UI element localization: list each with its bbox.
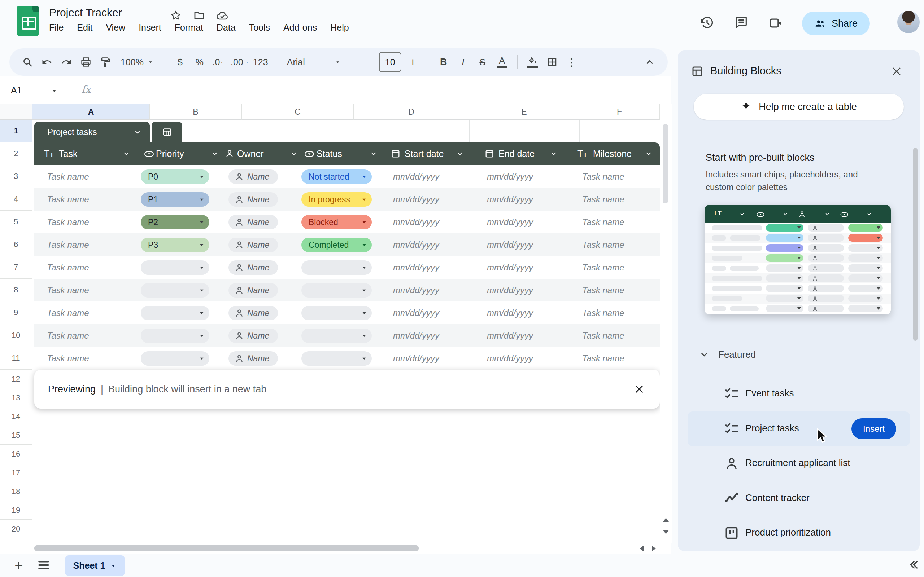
end-date-cell[interactable]: mm/dd/yyyy <box>487 301 566 324</box>
strikethrough-button[interactable]: S <box>475 52 491 72</box>
italic-button[interactable]: I <box>455 52 471 72</box>
priority-chip[interactable] <box>141 306 209 320</box>
task-cell[interactable]: Task name <box>47 188 89 211</box>
cloud-status-icon[interactable] <box>216 10 229 23</box>
priority-chip[interactable]: P2 <box>141 215 209 229</box>
status-dropdown-icon[interactable] <box>360 195 368 206</box>
document-title[interactable]: Project Tracker <box>49 6 122 19</box>
task-cell[interactable]: Task name <box>47 279 89 301</box>
table-column-owner[interactable]: Owner <box>237 148 264 159</box>
column-header-b[interactable]: B <box>150 104 242 120</box>
featured-item-event-tasks[interactable]: Event tasks <box>688 377 910 411</box>
currency-format-button[interactable]: $ <box>172 52 188 72</box>
row-header-17[interactable]: 17 <box>0 463 32 482</box>
column-menu-chevron-icon[interactable] <box>644 149 653 158</box>
status-chip[interactable]: Completed <box>301 238 372 252</box>
milestone-cell[interactable]: Task name <box>582 256 624 279</box>
start-date-cell[interactable]: mm/dd/yyyy <box>393 301 472 324</box>
status-chip[interactable] <box>301 260 372 275</box>
menu-format[interactable]: Format <box>175 23 203 33</box>
table-column-milestone[interactable]: Milestone <box>593 148 632 159</box>
task-cell[interactable]: Task name <box>47 256 89 279</box>
template-thumbnail[interactable]: TT <box>704 205 891 314</box>
font-size-input[interactable]: 10 <box>379 52 401 72</box>
priority-chip[interactable]: P1 <box>141 192 209 206</box>
status-dropdown-icon[interactable] <box>360 173 368 183</box>
owner-chip[interactable]: Name <box>228 329 278 343</box>
undo-icon[interactable] <box>39 52 55 72</box>
all-sheets-icon[interactable] <box>37 558 50 572</box>
table-column-end-date[interactable]: End date <box>498 148 535 159</box>
status-chip[interactable] <box>301 351 372 366</box>
start-date-cell[interactable]: mm/dd/yyyy <box>393 211 472 233</box>
row-header-9[interactable]: 9 <box>0 301 32 324</box>
menu-addons[interactable]: Add-ons <box>283 23 317 33</box>
owner-chip[interactable]: Name <box>228 238 278 252</box>
milestone-cell[interactable]: Task name <box>582 347 624 370</box>
star-icon[interactable] <box>170 10 182 22</box>
column-menu-chevron-icon[interactable] <box>210 149 219 158</box>
row-header-12[interactable]: 12 <box>0 370 32 388</box>
bold-button[interactable]: B <box>436 52 452 72</box>
row-header-7[interactable]: 7 <box>0 256 32 279</box>
add-sheet-icon[interactable]: + <box>11 558 27 574</box>
priority-chip[interactable]: P3 <box>141 238 209 252</box>
featured-item-project-tasks[interactable]: Project tasksInsert <box>688 411 910 446</box>
owner-chip[interactable]: Name <box>228 283 278 298</box>
grid-corner-button[interactable] <box>0 104 32 120</box>
start-date-cell[interactable]: mm/dd/yyyy <box>393 347 472 370</box>
row-header-1[interactable]: 1 <box>0 120 32 142</box>
menu-file[interactable]: File <box>49 23 63 33</box>
end-date-cell[interactable]: mm/dd/yyyy <box>487 165 566 188</box>
close-panel-icon[interactable] <box>890 65 903 78</box>
end-date-cell[interactable]: mm/dd/yyyy <box>487 324 566 347</box>
task-cell[interactable]: Task name <box>47 233 89 256</box>
priority-chip[interactable] <box>141 260 209 275</box>
collapse-toolbar-icon[interactable] <box>642 52 657 72</box>
sheets-logo-icon[interactable] <box>16 6 39 36</box>
horizontal-scrollbar[interactable] <box>0 543 671 554</box>
priority-dropdown-icon[interactable] <box>198 173 206 183</box>
priority-dropdown-icon[interactable] <box>198 355 206 364</box>
table-name-tab[interactable]: Project tasks <box>34 121 150 142</box>
task-cell[interactable]: Task name <box>47 324 89 347</box>
vertical-scrollbar-thumb[interactable] <box>663 124 668 203</box>
priority-dropdown-icon[interactable] <box>198 264 206 274</box>
featured-item-recruitment-applicant-list[interactable]: Recruitment applicant list <box>688 446 910 481</box>
menu-data[interactable]: Data <box>216 23 236 33</box>
column-header-e[interactable]: E <box>469 104 579 120</box>
end-date-cell[interactable]: mm/dd/yyyy <box>487 233 566 256</box>
status-chip[interactable] <box>301 329 372 343</box>
row-header-5[interactable]: 5 <box>0 211 32 233</box>
decrease-font-size-button[interactable]: − <box>360 52 375 72</box>
table-column-start-date[interactable]: Start date <box>405 148 444 159</box>
formula-input[interactable] <box>101 82 664 99</box>
move-folder-icon[interactable] <box>193 10 205 22</box>
scroll-right-icon[interactable] <box>652 546 656 551</box>
status-dropdown-icon[interactable] <box>360 286 368 297</box>
number-format-button[interactable]: 123 <box>253 52 268 72</box>
row-header-19[interactable]: 19 <box>0 501 32 520</box>
account-avatar[interactable] <box>897 11 920 33</box>
share-button[interactable]: Share <box>802 11 870 35</box>
video-call-icon[interactable] <box>769 16 783 30</box>
column-menu-chevron-icon[interactable] <box>549 149 558 158</box>
comments-icon[interactable] <box>734 15 749 29</box>
task-cell[interactable]: Task name <box>47 301 89 324</box>
redo-icon[interactable] <box>58 52 74 72</box>
row-header-18[interactable]: 18 <box>0 482 32 501</box>
status-chip[interactable] <box>301 283 372 298</box>
owner-chip[interactable]: Name <box>228 169 278 184</box>
status-chip[interactable]: In progress <box>301 192 372 206</box>
featured-item-content-tracker[interactable]: Content tracker <box>688 481 910 516</box>
status-chip[interactable]: Blocked <box>301 215 372 229</box>
column-header-d[interactable]: D <box>354 104 469 120</box>
menu-view[interactable]: View <box>106 23 125 33</box>
column-menu-chevron-icon[interactable] <box>122 149 131 158</box>
scroll-up-icon[interactable] <box>663 518 669 522</box>
row-header-15[interactable]: 15 <box>0 426 32 445</box>
increase-decimals-button[interactable]: .00→ <box>231 52 249 72</box>
owner-chip[interactable]: Name <box>228 215 278 229</box>
row-header-4[interactable]: 4 <box>0 188 32 211</box>
row-header-10[interactable]: 10 <box>0 324 32 347</box>
